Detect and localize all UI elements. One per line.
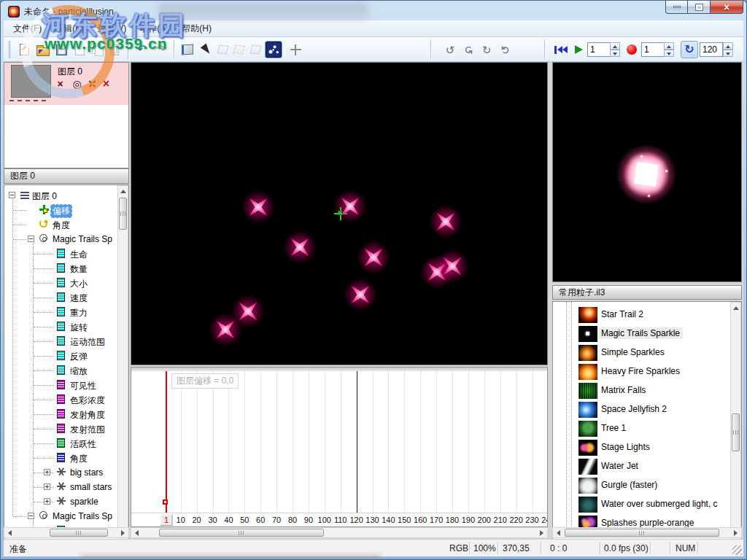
tree-item[interactable]: 活跃性 xyxy=(4,436,128,451)
end-frame-input[interactable] xyxy=(700,42,723,57)
library-item[interactable]: Matrix Falls xyxy=(553,382,741,401)
stepper-up-icon[interactable] xyxy=(664,42,674,50)
blocker-tool-button[interactable] xyxy=(247,41,264,58)
tree-item[interactable]: 大小 xyxy=(4,276,128,290)
scrollbar-up-button[interactable] xyxy=(731,303,740,313)
minimize-button[interactable] xyxy=(665,1,688,14)
undo-button[interactable]: ↶ xyxy=(133,41,151,58)
library-vertical-scrollbar[interactable] xyxy=(730,302,741,560)
tree-item[interactable]: 图层 0 xyxy=(4,188,128,203)
menu-item[interactable]: 动作(A) xyxy=(133,20,175,37)
preview-panel[interactable] xyxy=(552,62,742,282)
tree-item[interactable]: big stars xyxy=(4,465,128,480)
open-button[interactable] xyxy=(34,41,52,58)
tree-item[interactable]: 偏移 xyxy=(4,203,128,217)
tree-item[interactable]: sparkle xyxy=(4,494,128,509)
select-tool-button[interactable] xyxy=(198,41,215,58)
play-button[interactable] xyxy=(570,41,587,58)
tree-item[interactable]: 缩放 xyxy=(4,363,128,378)
library-item[interactable]: Water Jet xyxy=(553,458,741,477)
save-button[interactable] xyxy=(53,41,70,58)
scrollbar-left-button[interactable] xyxy=(5,528,15,537)
tree-item[interactable]: small stars xyxy=(4,480,128,494)
timeline-horizontal-scrollbar[interactable] xyxy=(131,527,548,538)
tree-expander[interactable] xyxy=(28,513,34,519)
tree-item[interactable]: 数量 xyxy=(4,261,128,276)
current-frame-indicator[interactable]: 1 xyxy=(160,514,173,526)
tree-item[interactable]: 反弹 xyxy=(4,349,128,363)
stepper-up-icon[interactable] xyxy=(723,42,733,50)
render-stop-icon[interactable]: × xyxy=(54,77,66,90)
new-button[interactable] xyxy=(15,41,33,58)
stepper-down-icon[interactable] xyxy=(610,50,620,57)
scrollbar-left-button[interactable] xyxy=(554,528,563,537)
title-bar[interactable]: 未命名 - particleIllusion xyxy=(4,3,743,20)
particle-library-button[interactable] xyxy=(265,41,282,58)
emitter-tool-button[interactable] xyxy=(214,41,231,58)
timeline-panel[interactable]: 图层偏移 = 0,0 1 102030405060708090100110120… xyxy=(131,367,548,527)
redo-button[interactable]: ↷ xyxy=(152,41,170,58)
library-horizontal-scrollbar[interactable] xyxy=(552,527,742,538)
tree-item[interactable]: 色彩浓度 xyxy=(4,392,128,407)
rotate-tool-button-3[interactable]: ↺ xyxy=(478,41,495,58)
tree-expander[interactable] xyxy=(44,469,50,475)
library-item[interactable]: Stage Lights xyxy=(553,439,741,458)
scrollbar-thumb[interactable] xyxy=(732,413,740,451)
stepper-up-icon[interactable] xyxy=(610,42,620,50)
scrollbar-right-button[interactable] xyxy=(537,528,546,537)
library-item[interactable]: Star Trail 2 xyxy=(553,306,741,325)
tree-item[interactable]: Magic Trails Sp xyxy=(4,509,128,524)
layer-entry[interactable]: 图层 0 × ◎ × xyxy=(4,63,128,105)
scrollbar-right-button[interactable] xyxy=(118,528,128,537)
current-frame-input[interactable] xyxy=(587,42,611,57)
restore-button[interactable] xyxy=(688,1,711,14)
rewind-button[interactable] xyxy=(552,41,570,58)
library-item[interactable]: Simple Sparkles xyxy=(553,344,741,363)
playhead-handle[interactable] xyxy=(163,499,168,505)
loop-button[interactable]: ↻ xyxy=(681,41,698,58)
tree-item[interactable]: 重力 xyxy=(4,305,128,319)
scrollbar-right-button[interactable] xyxy=(731,528,740,537)
tree-expander[interactable] xyxy=(44,498,50,505)
tree-item[interactable]: 角度 xyxy=(4,217,128,232)
cut-button[interactable] xyxy=(71,41,88,58)
stepper-down-icon[interactable] xyxy=(723,50,733,57)
stepper-down-icon[interactable] xyxy=(664,50,674,57)
stage-canvas[interactable] xyxy=(131,62,548,365)
scrollbar-thumb[interactable] xyxy=(565,529,719,537)
tree-item[interactable]: 发射角度 xyxy=(4,407,128,421)
library-item[interactable]: Space Jellyfish 2 xyxy=(553,401,741,420)
tree-horizontal-scrollbar[interactable] xyxy=(4,527,129,538)
tree-item[interactable]: 旋转 xyxy=(4,319,128,334)
close-button[interactable]: × xyxy=(711,1,743,14)
playhead[interactable] xyxy=(166,371,167,513)
copy-button[interactable] xyxy=(88,41,106,58)
spark-visibility-icon[interactable] xyxy=(86,77,98,90)
record-button[interactable] xyxy=(623,41,640,58)
emitter-visibility-icon[interactable]: ◎ xyxy=(71,77,83,90)
delete-layer-icon[interactable]: × xyxy=(100,77,112,90)
tree-item[interactable]: 角度 xyxy=(4,451,128,465)
library-item[interactable]: Heavy Fire Sparkles xyxy=(553,363,741,382)
menu-item[interactable]: 文件(F) xyxy=(7,20,48,37)
tree-expander[interactable] xyxy=(28,236,34,242)
deflector-tool-button[interactable] xyxy=(230,41,247,58)
library-item[interactable]: Water over submerged light, c xyxy=(553,496,741,515)
tree-item[interactable]: 运动范围 xyxy=(4,334,128,349)
stage-button[interactable] xyxy=(179,41,196,58)
scrollbar-thumb[interactable] xyxy=(159,529,324,537)
tree-item[interactable]: Magic Trails Sp xyxy=(4,232,128,246)
move-tool-button[interactable] xyxy=(287,41,304,58)
rotate-tool-button-2[interactable]: ↺ xyxy=(460,41,477,58)
tree-expander[interactable] xyxy=(44,483,50,490)
menu-item[interactable]: 帮助(H) xyxy=(175,20,218,37)
current-frame-stepper[interactable] xyxy=(610,42,620,57)
rotate-tool-button-1[interactable]: ↺ xyxy=(441,41,459,58)
rotate-tool-button-4[interactable]: ↺ xyxy=(496,41,514,58)
timeline-ruler[interactable]: 1 10203040506070809010011012013014015016… xyxy=(131,513,547,526)
scrollbar-thumb[interactable] xyxy=(119,198,127,230)
toolbar-grip[interactable] xyxy=(8,41,10,58)
record-start-input[interactable] xyxy=(641,42,665,57)
layer-thumbnail[interactable] xyxy=(11,65,51,98)
menu-item[interactable]: 编辑(E) xyxy=(48,20,90,37)
